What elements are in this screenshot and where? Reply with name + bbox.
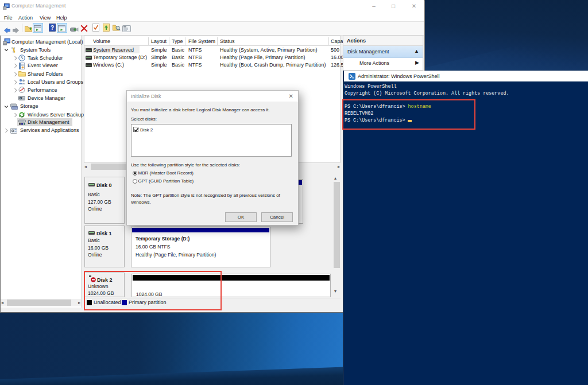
svg-text:?: ? [51,25,54,31]
